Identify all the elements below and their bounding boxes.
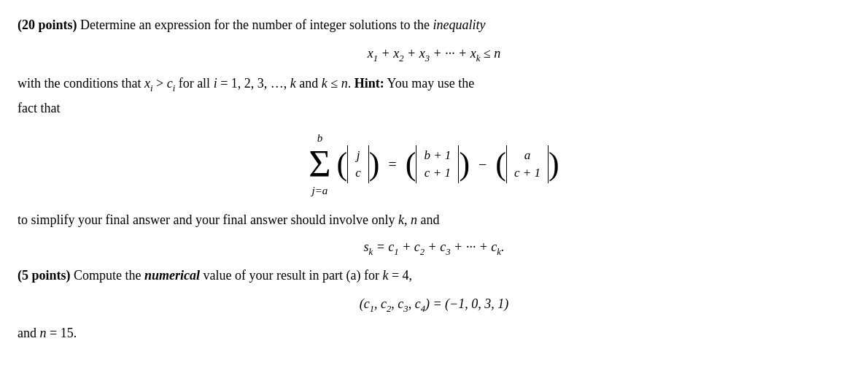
binom3-right-paren: ) xyxy=(549,148,559,180)
binom1-bot: c xyxy=(355,164,361,182)
hint-label: Hint: xyxy=(354,76,384,91)
sk-math: sk = c1 + c2 + c3 + ··· + ck. xyxy=(364,240,505,254)
tuple-math: (c1, c2, c3, c4) = (−1, 0, 3, 1) xyxy=(360,296,508,311)
binom1-group: ( j c ) xyxy=(337,145,380,183)
and-n-text: and n = 15. xyxy=(18,326,77,340)
simplify-line: to simplify your final answer and your f… xyxy=(18,210,850,231)
part-b-label: (5 points) xyxy=(18,268,71,283)
summation-formula: b Σ j=a ( j c ) = ( b + 1 c + 1 ) − ( xyxy=(18,129,850,199)
condition-prefix: with the conditions that xi > ci for all… xyxy=(18,76,474,91)
part-b-rest: value of your result in part (a) for k =… xyxy=(200,268,412,283)
binom3-left-paren: ( xyxy=(495,148,506,180)
binom2-right-paren: ) xyxy=(459,148,470,180)
binom2-bot: c + 1 xyxy=(425,164,451,182)
sk-formula-display: sk = c1 + c2 + c3 + ··· + ck. xyxy=(18,237,850,259)
part-a-label: (20 points) xyxy=(18,18,77,32)
binom2-group: ( b + 1 c + 1 ) xyxy=(406,145,470,183)
binom2-left-paren: ( xyxy=(406,148,416,180)
sigma-symbol: Σ xyxy=(309,148,330,180)
part-a-intro: (20 points) Determine an expression for … xyxy=(18,15,850,36)
simplify-text: to simplify your final answer and your f… xyxy=(18,212,439,227)
binom2: b + 1 c + 1 xyxy=(416,145,459,183)
binom2-top: b + 1 xyxy=(424,147,451,164)
tuple-display: (c1, c2, c3, c4) = (−1, 0, 3, 1) xyxy=(18,294,850,316)
binom3: a c + 1 xyxy=(506,145,549,183)
part-b-text: Compute the xyxy=(71,268,145,283)
equals-sign: = xyxy=(385,153,399,176)
part-a-text: Determine an expression for the number o… xyxy=(77,18,433,32)
binom1: j c xyxy=(347,145,369,183)
binom3-group: ( a c + 1 ) xyxy=(495,145,559,183)
sigma-notation: b Σ j=a xyxy=(309,129,330,199)
inequality-word: inequality xyxy=(433,18,485,32)
inequality-display: x1 + x2 + x3 + ··· + xk ≤ n xyxy=(18,43,850,66)
fact-that-line: fact that xyxy=(18,98,850,119)
sigma-bottom-limit: j=a xyxy=(312,182,328,199)
and-n-line: and n = 15. xyxy=(18,323,850,344)
binom1-left-paren: ( xyxy=(337,148,348,180)
problem-body: (20 points) Determine an expression for … xyxy=(18,15,850,344)
binom1-right-paren: ) xyxy=(369,148,380,180)
part-b-italic: numerical xyxy=(144,268,200,283)
binom1-top: j xyxy=(357,147,360,164)
minus-sign: − xyxy=(476,153,489,176)
binom3-bot: c + 1 xyxy=(514,164,540,182)
binom3-top: a xyxy=(524,147,531,164)
conditions-line: with the conditions that xi > ci for all… xyxy=(18,73,850,96)
part-b-intro: (5 points) Compute the numerical value o… xyxy=(18,265,850,286)
fact-that-text: fact that xyxy=(18,101,60,115)
inequality-math: x1 + x2 + x3 + ··· + xk ≤ n xyxy=(368,46,500,61)
